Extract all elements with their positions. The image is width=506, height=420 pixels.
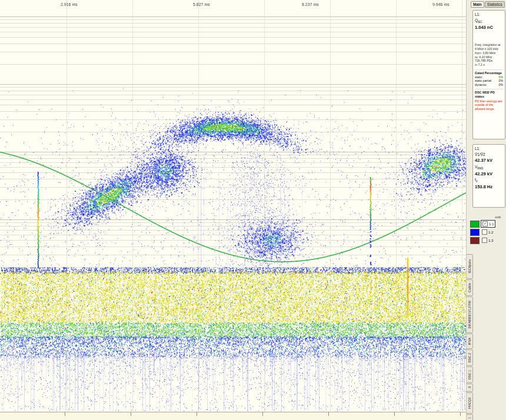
q-iec-value: 1.043 nC <box>475 25 503 30</box>
freq-integration-info: Freq. integration at 4 MHz ± 100 kHz fro… <box>475 43 503 67</box>
dsc-status-heading: DSC 6832 PD status <box>475 89 503 99</box>
frequency-value: 153.8 Hz <box>475 184 503 189</box>
legend-title: unit <box>470 215 504 219</box>
time-axis-label: 8.237 ms <box>302 2 319 6</box>
timeline-scrollbar[interactable] <box>0 412 466 420</box>
channel-tab-calme[interactable]: CalMe <box>467 279 473 296</box>
pd-pattern-plot[interactable]: 2.916 ms5.827 ms8.237 ms9.946 ms <box>0 0 466 412</box>
time-axis-label: 5.827 ms <box>193 2 210 6</box>
charge-readout-panel: L1: QIEC 1.043 nC Freq. integration at 4… <box>472 10 505 139</box>
channel-tab-dsc-2[interactable]: DSC 2 <box>467 349 473 366</box>
timeline-tick <box>328 412 329 416</box>
sidebar-tab-statistics[interactable]: Statistics <box>485 1 505 8</box>
gated-row-dynamic: dynamic: 0% <box>475 83 503 87</box>
time-axis-label: 9.946 ms <box>432 2 450 6</box>
voltage-readout-panel: L1: V̂1/V̂2 42.37 kV VRMS 42.29 kV fV 15… <box>472 144 505 208</box>
unit-legend: unit ✓1.11.21.3 <box>470 215 504 244</box>
v-rms-label: VRMS <box>475 165 503 171</box>
legend-row-1.3[interactable]: 1.3 <box>470 237 504 244</box>
legend-label: 1.3 <box>488 239 493 242</box>
gated-dynamic-value: 0% <box>499 83 504 87</box>
channel-tab-1[interactable]: 1 <box>467 414 473 420</box>
unchecked-checkbox-icon[interactable] <box>482 229 487 235</box>
legend-label: 1.1 <box>489 222 494 226</box>
channel-tab-difabb3-1v1-ffw[interactable]: DIFABB3/1V1,FFW <box>467 296 473 333</box>
timeline-tick <box>197 412 197 416</box>
gated-percentage-heading: Gated Percentage <box>475 69 503 75</box>
channel-tab-strip: IEC6paraCalMeDIFABB3/1V1,FFWIPSADSC 2DSC… <box>467 254 473 420</box>
v-rms-value: 42.29 kV <box>475 171 503 176</box>
timeline-tick <box>65 412 65 416</box>
legend-color-swatch <box>470 237 480 244</box>
timeline-tick <box>460 412 461 416</box>
unchecked-checkbox-icon[interactable] <box>482 238 487 243</box>
pd-filter-warning: PD filter settings are outside of the al… <box>475 99 503 111</box>
pd-scatter-canvas[interactable] <box>0 0 466 412</box>
sidebar-tab-main[interactable]: Main <box>471 1 484 8</box>
channel-tab-iec6para[interactable]: IEC6para <box>467 254 473 279</box>
channel-tab-hvcq3[interactable]: HVCQ3 <box>467 392 473 414</box>
timeline-tick <box>262 412 263 416</box>
right-sidebar: MainStatistics L1: QIEC 1.043 nC Freq. i… <box>466 0 506 420</box>
timeline-tick <box>131 412 131 416</box>
time-axis-label: 2.916 ms <box>61 2 78 6</box>
frequency-label: fV <box>475 178 503 184</box>
pd-measurement-app: 2.916 ms5.827 ms8.237 ms9.946 ms MainSta… <box>0 0 506 420</box>
channel-label: L1: <box>475 12 503 17</box>
v-peak-label: V̂1/V̂2 <box>475 152 503 157</box>
legend-row-1.1[interactable]: ✓1.1 <box>470 221 504 227</box>
v-peak-value: 42.37 kV <box>475 158 503 163</box>
legend-row-1.2[interactable]: 1.2 <box>470 229 504 235</box>
channel-tab-3[interactable]: 3 <box>467 384 473 392</box>
q-iec-label: QIEC <box>475 18 503 24</box>
legend-color-swatch <box>470 229 480 236</box>
channel-tab-dsc-1[interactable]: DSC 1 <box>467 366 473 383</box>
legend-label: 1.2 <box>488 231 493 234</box>
checked-checkbox-icon[interactable]: ✓ <box>482 221 488 226</box>
sidebar-tab-bar: MainStatistics <box>471 1 505 8</box>
legend-color-swatch <box>470 221 480 228</box>
channel-tab-ipsa[interactable]: IPSA <box>467 334 473 349</box>
timeline-tick <box>394 412 395 416</box>
channel-label: L1: <box>475 146 503 151</box>
